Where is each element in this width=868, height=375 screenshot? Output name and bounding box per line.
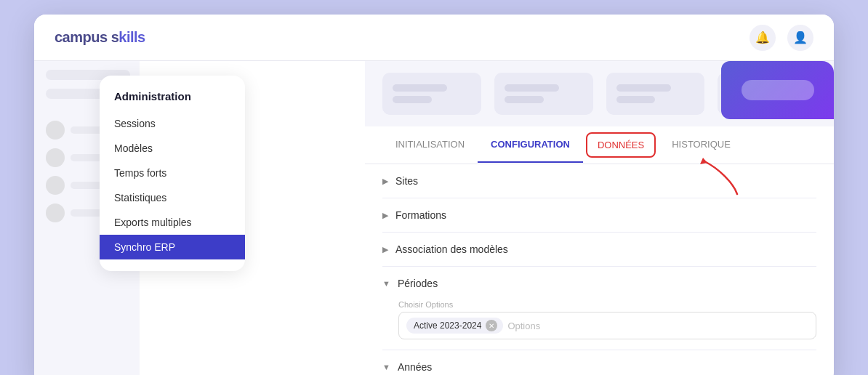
bg-card-line-3b: [616, 96, 656, 103]
avatar-3: [46, 176, 65, 195]
top-bar: campus skills 🔔 👤: [34, 15, 834, 61]
bg-card-line-1b: [393, 96, 432, 103]
app-window: campus skills 🔔 👤: [34, 15, 834, 375]
card-pill: [742, 80, 814, 100]
tabs-row: INITIALISATION CONFIGURATION DONNÉES HIS…: [365, 126, 834, 164]
accordion-item-annees: ▼ Années: [382, 350, 816, 375]
bg-card-2: [494, 73, 593, 115]
bg-card-line-2b: [505, 96, 544, 103]
user-avatar-icon[interactable]: 👤: [787, 25, 813, 51]
tag-close-button[interactable]: ✕: [486, 320, 497, 331]
accordion-label-periodes: Périodes: [398, 278, 438, 289]
bg-cards-row: [365, 61, 834, 126]
bg-card-line-2a: [505, 84, 559, 92]
choose-options-label: Choisir Options: [398, 300, 816, 309]
chevron-down-icon-periodes: ▼: [382, 279, 390, 288]
bg-card-line-1a: [393, 84, 447, 92]
accordion-header-sites[interactable]: ▶ Sites: [382, 164, 816, 198]
chevron-right-icon: ▶: [382, 177, 388, 186]
logo-skills: kills: [118, 29, 145, 45]
tab-configuration[interactable]: CONFIGURATION: [478, 127, 583, 163]
accordion-header-formations[interactable]: ▶ Formations: [382, 198, 816, 232]
bg-card-line-3a: [616, 84, 671, 92]
right-panel: INITIALISATION CONFIGURATION DONNÉES HIS…: [365, 61, 834, 375]
sidebar-item-temps-forts[interactable]: Temps forts: [100, 161, 245, 185]
chevron-down-icon-annees: ▼: [382, 363, 390, 371]
logo-text: campus skills: [55, 29, 145, 45]
sidebar-item-modeles[interactable]: Modèles: [100, 136, 245, 161]
main-content: Administration Sessions Modèles Temps fo…: [34, 61, 834, 375]
sidebar-item-sessions[interactable]: Sessions: [100, 111, 245, 136]
accordion-list: ▶ Sites ▶ Formations ▶ Association des m…: [365, 164, 834, 375]
accordion-item-periodes: ▼ Périodes Choisir Options Active 2023-2…: [382, 267, 816, 350]
bell-icon[interactable]: 🔔: [750, 25, 776, 51]
accordion-label-annees: Années: [398, 361, 432, 373]
sidebar-item-synchro-erp[interactable]: Synchro ERP: [100, 235, 245, 259]
accordion-body-periodes: Choisir Options Active 2023-2024 ✕ Optio…: [382, 300, 816, 350]
tab-historique[interactable]: HISTORIQUE: [659, 127, 744, 163]
sidebar-item-exports-multiples[interactable]: Exports multiples: [100, 210, 245, 235]
tab-donnees[interactable]: DONNÉES: [586, 132, 656, 158]
chevron-right-icon-association: ▶: [382, 245, 388, 254]
accordion-label-association: Association des modèles: [395, 243, 508, 255]
sidebar-title: Administration: [100, 90, 245, 111]
accordion-header-annees[interactable]: ▼ Années: [382, 350, 816, 375]
tag-input-area[interactable]: Active 2023-2024 ✕ Options: [398, 312, 816, 339]
active-tag: Active 2023-2024 ✕: [406, 318, 503, 334]
tab-initialisation[interactable]: INITIALISATION: [382, 127, 478, 163]
accordion-item-association: ▶ Association des modèles: [382, 233, 816, 267]
top-bar-icons: 🔔 👤: [750, 25, 813, 51]
accordion-header-association[interactable]: ▶ Association des modèles: [382, 233, 816, 266]
sidebar-item-statistiques[interactable]: Statistiques: [100, 185, 245, 210]
avatar-2: [46, 148, 65, 167]
tag-placeholder: Options: [507, 320, 540, 331]
accordion-label-sites: Sites: [395, 175, 418, 187]
logo: campus skills: [55, 29, 145, 46]
chevron-right-icon-formations: ▶: [382, 211, 388, 220]
accordion-header-periodes[interactable]: ▼ Périodes: [382, 267, 816, 300]
avatar-4: [46, 203, 65, 222]
administration-sidebar: Administration Sessions Modèles Temps fo…: [100, 76, 245, 271]
bg-card-3: [606, 73, 705, 115]
accordion-item-formations: ▶ Formations: [382, 198, 816, 233]
tag-label: Active 2023-2024: [414, 320, 481, 331]
accordion-item-sites: ▶ Sites: [382, 164, 816, 198]
accordion-label-formations: Formations: [395, 209, 446, 221]
top-right-gradient-card: [721, 61, 834, 119]
avatar-1: [46, 121, 65, 140]
bg-card-1: [382, 73, 481, 115]
